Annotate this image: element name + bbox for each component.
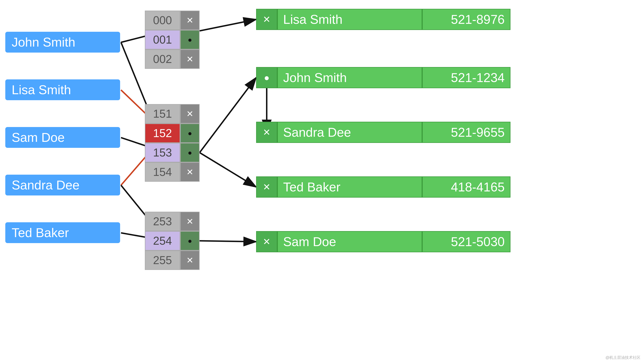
hash-btn-001[interactable] [180,30,200,49]
result-x-sam[interactable]: ✕ [256,231,277,252]
hash-btn-254[interactable] [180,231,200,250]
sandra-dee-label: Sandra Dee [12,178,80,192]
hash-btn-253[interactable] [180,212,200,231]
hash-btn-002[interactable] [180,49,200,69]
result-phone-sandra: 521-9655 [422,122,510,143]
result-x-sandra[interactable]: ✕ [256,122,277,143]
hash-cell-255: 255 [145,250,200,270]
result-sandra-dee: ✕ Sandra Dee 521-9655 [256,122,510,143]
hash-num-154[interactable]: 154 [145,162,180,182]
hash-cell-254: 254 [145,231,200,250]
hash-cell-154: 154 [145,162,200,182]
person-sam-doe: Sam Doe [5,127,120,148]
hash-num-152[interactable]: 152 [145,124,180,143]
result-phone-lisa: 521-8976 [422,9,510,30]
result-x-lisa[interactable]: ✕ [256,9,277,30]
result-phone-sam: 521-5030 [422,231,510,252]
svg-line-12 [200,153,256,187]
hash-num-151[interactable]: 151 [145,104,180,124]
hash-btn-154[interactable] [180,162,200,182]
result-sam-doe: ✕ Sam Doe 521-5030 [256,231,510,252]
person-ted-baker: Ted Baker [5,222,120,243]
hash-group-000: 000 001 002 [145,10,200,69]
result-name-sandra: Sandra Dee [277,122,422,143]
hash-cell-152: 152 [145,124,200,143]
hash-btn-255[interactable] [180,250,200,270]
watermark: @机土层油技术社区 [606,355,640,360]
person-lisa-smith: Lisa Smith [5,79,120,100]
hash-cell-153: 153 [145,143,200,162]
hash-cell-000: 000 [145,10,200,30]
hash-num-253[interactable]: 253 [145,212,180,231]
lisa-smith-label: Lisa Smith [12,83,71,97]
hash-cell-253: 253 [145,212,200,231]
result-phone-ted: 418-4165 [422,177,510,197]
result-ted-baker: ✕ Ted Baker 418-4165 [256,177,510,197]
ted-baker-label: Ted Baker [12,225,69,240]
hash-cell-002: 002 [145,49,200,69]
hash-num-153[interactable]: 153 [145,143,180,162]
hash-group-151: 151 152 153 154 [145,104,200,182]
person-john-smith: John Smith [5,32,120,53]
hash-cell-001: 001 [145,30,200,49]
svg-line-9 [200,19,256,31]
hash-btn-152[interactable] [180,124,200,143]
result-lisa-smith: ✕ Lisa Smith 521-8976 [256,9,510,30]
person-sandra-dee: Sandra Dee [5,175,120,195]
result-name-sam: Sam Doe [277,231,422,252]
hash-btn-151[interactable] [180,104,200,124]
result-john-smith: ● John Smith 521-1234 [256,67,510,88]
sam-doe-label: Sam Doe [12,130,65,145]
result-name-lisa: Lisa Smith [277,9,422,30]
result-x-ted[interactable]: ✕ [256,177,277,197]
hash-num-002[interactable]: 002 [145,49,180,69]
hash-num-001[interactable]: 001 [145,30,180,49]
svg-line-13 [200,241,256,242]
svg-line-10 [200,78,256,153]
result-name-john: John Smith [277,67,422,88]
result-name-ted: Ted Baker [277,177,422,197]
john-smith-label: John Smith [12,35,75,49]
result-phone-john: 521-1234 [422,67,510,88]
hash-num-254[interactable]: 254 [145,231,180,250]
hash-btn-000[interactable] [180,10,200,30]
hash-num-255[interactable]: 255 [145,250,180,270]
hash-cell-151: 151 [145,104,200,124]
result-x-john[interactable]: ● [256,67,277,88]
hash-group-253: 253 254 255 [145,212,200,270]
hash-num-000[interactable]: 000 [145,10,180,30]
hash-btn-153[interactable] [180,143,200,162]
